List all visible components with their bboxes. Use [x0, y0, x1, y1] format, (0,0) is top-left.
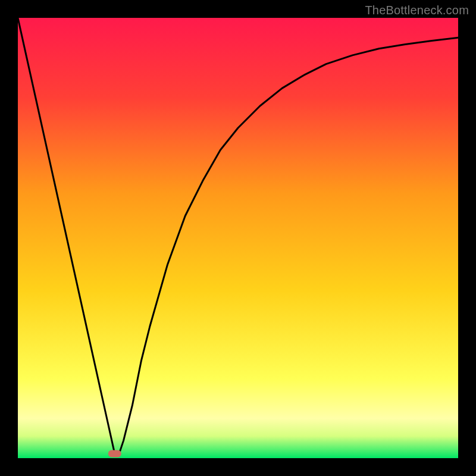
svg-rect-0	[18, 18, 458, 458]
watermark-text: TheBottleneck.com	[365, 4, 469, 17]
background-gradient	[18, 18, 458, 458]
chart-frame	[18, 18, 458, 458]
plot-area	[18, 18, 458, 458]
optimum-marker	[108, 450, 121, 458]
